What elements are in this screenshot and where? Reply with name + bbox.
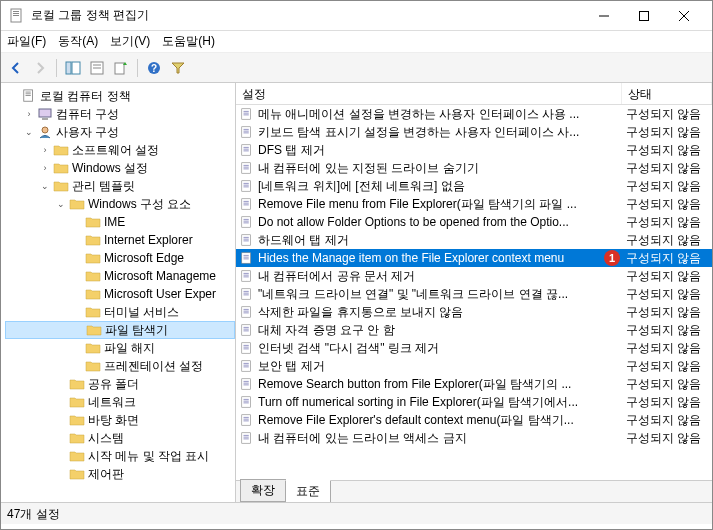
titlebar: 로컬 그룹 정책 편집기 bbox=[1, 1, 712, 31]
tree-node[interactable]: Internet Explorer bbox=[5, 231, 235, 249]
tree-node[interactable]: ›소프트웨어 설정 bbox=[5, 141, 235, 159]
tree-node[interactable]: ⌄사용자 구성 bbox=[5, 123, 235, 141]
row-label: 보안 탭 제거 bbox=[258, 358, 622, 375]
back-button[interactable] bbox=[5, 57, 27, 79]
column-status[interactable]: 상태 bbox=[622, 83, 712, 104]
tree-node[interactable]: 시스템 bbox=[5, 429, 235, 447]
list-row[interactable]: Remove Search button from File Explorer(… bbox=[236, 375, 712, 393]
help-button[interactable]: ? bbox=[143, 57, 165, 79]
tree-node-label: Windows 설정 bbox=[72, 160, 148, 177]
folder-icon bbox=[85, 287, 101, 301]
tree-node-label: 바탕 화면 bbox=[88, 412, 139, 429]
row-status: 구성되지 않음 bbox=[622, 376, 712, 393]
tree-node[interactable]: ›컴퓨터 구성 bbox=[5, 105, 235, 123]
list-row[interactable]: Remove File Explorer's default context m… bbox=[236, 411, 712, 429]
app-icon bbox=[9, 8, 25, 24]
policy-icon bbox=[239, 359, 255, 373]
tree-node[interactable]: 시작 메뉴 및 작업 표시 bbox=[5, 447, 235, 465]
export-button[interactable] bbox=[110, 57, 132, 79]
tree-node[interactable]: 제어판 bbox=[5, 465, 235, 483]
filter-button[interactable] bbox=[167, 57, 189, 79]
list-row[interactable]: [네트워크 위치]에 [전체 네트워크] 없음구성되지 않음 bbox=[236, 177, 712, 195]
menu-action[interactable]: 동작(A) bbox=[58, 33, 98, 50]
row-status: 구성되지 않음 bbox=[622, 232, 712, 249]
menu-view[interactable]: 보기(V) bbox=[110, 33, 150, 50]
menu-help[interactable]: 도움말(H) bbox=[162, 33, 215, 50]
expand-icon[interactable]: › bbox=[23, 108, 35, 120]
tree-node[interactable]: 네트워크 bbox=[5, 393, 235, 411]
tree-node[interactable]: ⌄Windows 구성 요소 bbox=[5, 195, 235, 213]
menu-file[interactable]: 파일(F) bbox=[7, 33, 46, 50]
list-row[interactable]: DFS 탭 제거구성되지 않음 bbox=[236, 141, 712, 159]
expand-icon[interactable]: ⌄ bbox=[23, 126, 35, 138]
list-row[interactable]: 삭제한 파일을 휴지통으로 보내지 않음구성되지 않음 bbox=[236, 303, 712, 321]
list-row[interactable]: 내 컴퓨터에 있는 지정된 드라이브 숨기기구성되지 않음 bbox=[236, 159, 712, 177]
expand-icon[interactable]: ⌄ bbox=[55, 198, 67, 210]
properties-button[interactable] bbox=[86, 57, 108, 79]
row-label: 메뉴 애니메이션 설정을 변경하는 사용자 인터페이스 사용 ... bbox=[258, 106, 622, 123]
tree-node[interactable]: Microsoft Edge bbox=[5, 249, 235, 267]
tree-node[interactable]: ›Windows 설정 bbox=[5, 159, 235, 177]
tab-standard[interactable]: 표준 bbox=[285, 480, 331, 502]
row-label: [네트워크 위치]에 [전체 네트워크] 없음 bbox=[258, 178, 622, 195]
list-row[interactable]: 메뉴 애니메이션 설정을 변경하는 사용자 인터페이스 사용 ...구성되지 않… bbox=[236, 105, 712, 123]
list-row[interactable]: 대체 자격 증명 요구 안 함구성되지 않음 bbox=[236, 321, 712, 339]
list-row[interactable]: Turn off numerical sorting in File Explo… bbox=[236, 393, 712, 411]
maximize-button[interactable] bbox=[624, 2, 664, 30]
column-setting[interactable]: 설정 bbox=[236, 83, 622, 104]
annotation-marker: 1 bbox=[604, 250, 620, 266]
expand-icon[interactable]: ⌄ bbox=[39, 180, 51, 192]
list-row[interactable]: 내 컴퓨터에 있는 드라이브 액세스 금지구성되지 않음 bbox=[236, 429, 712, 447]
row-status: 구성되지 않음 bbox=[622, 304, 712, 321]
folder-icon bbox=[86, 323, 102, 337]
list-row[interactable]: Remove File menu from File Explorer(파일 탐… bbox=[236, 195, 712, 213]
tree-node[interactable]: Microsoft Manageme bbox=[5, 267, 235, 285]
tree-node-label: Microsoft Manageme bbox=[104, 269, 216, 283]
window-title: 로컬 그룹 정책 편집기 bbox=[31, 7, 584, 24]
folder-icon bbox=[85, 233, 101, 247]
tree-node-label: 컴퓨터 구성 bbox=[56, 106, 119, 123]
expand-icon[interactable]: › bbox=[39, 144, 51, 156]
list-row[interactable]: 내 컴퓨터에서 공유 문서 제거구성되지 않음 bbox=[236, 267, 712, 285]
tree-node-label: Microsoft User Exper bbox=[104, 287, 216, 301]
list-row[interactable]: "네트워크 드라이브 연결" 및 "네트워크 드라이브 연결 끊...구성되지 … bbox=[236, 285, 712, 303]
tree-node[interactable]: ⌄관리 템플릿 bbox=[5, 177, 235, 195]
row-label: 인터넷 검색 "다시 검색" 링크 제거 bbox=[258, 340, 622, 357]
list-row[interactable]: Hides the Manage item on the File Explor… bbox=[236, 249, 712, 267]
show-hide-tree-button[interactable] bbox=[62, 57, 84, 79]
list-row[interactable]: Do not allow Folder Options to be opened… bbox=[236, 213, 712, 231]
tree-node-label: 공유 폴더 bbox=[88, 376, 139, 393]
tree-node[interactable]: 바탕 화면 bbox=[5, 411, 235, 429]
expand-icon[interactable]: › bbox=[39, 162, 51, 174]
row-label: DFS 탭 제거 bbox=[258, 142, 622, 159]
minimize-button[interactable] bbox=[584, 2, 624, 30]
row-status: 구성되지 않음 bbox=[622, 358, 712, 375]
list-row[interactable]: 하드웨어 탭 제거구성되지 않음 bbox=[236, 231, 712, 249]
folder-icon bbox=[69, 377, 85, 391]
tree-pane[interactable]: 로컬 컴퓨터 정책›컴퓨터 구성⌄사용자 구성›소프트웨어 설정›Windows… bbox=[1, 83, 236, 502]
tree-node[interactable]: 터미널 서비스 bbox=[5, 303, 235, 321]
tree-node-label: 네트워크 bbox=[88, 394, 136, 411]
list-row[interactable]: 보안 탭 제거구성되지 않음 bbox=[236, 357, 712, 375]
list-row[interactable]: 인터넷 검색 "다시 검색" 링크 제거구성되지 않음 bbox=[236, 339, 712, 357]
list-tabs: 확장 표준 bbox=[236, 480, 712, 502]
list-body[interactable]: 메뉴 애니메이션 설정을 변경하는 사용자 인터페이스 사용 ...구성되지 않… bbox=[236, 105, 712, 480]
statusbar: 47개 설정 bbox=[1, 502, 712, 524]
tree-node[interactable]: 프레젠테이션 설정 bbox=[5, 357, 235, 375]
policy-icon bbox=[239, 431, 255, 445]
tree-node[interactable]: 로컬 컴퓨터 정책 bbox=[5, 87, 235, 105]
forward-button[interactable] bbox=[29, 57, 51, 79]
tree-node[interactable]: IME bbox=[5, 213, 235, 231]
tree-node[interactable]: Microsoft User Exper bbox=[5, 285, 235, 303]
tree-node[interactable]: 파일 해지 bbox=[5, 339, 235, 357]
close-button[interactable] bbox=[664, 2, 704, 30]
folder-icon bbox=[53, 161, 69, 175]
computer-icon bbox=[37, 107, 53, 121]
policy-icon bbox=[239, 341, 255, 355]
policy-icon bbox=[239, 107, 255, 121]
tree-node[interactable]: 공유 폴더 bbox=[5, 375, 235, 393]
tree-node-label: 사용자 구성 bbox=[56, 124, 119, 141]
list-row[interactable]: 키보드 탐색 표시기 설정을 변경하는 사용자 인터페이스 사...구성되지 않… bbox=[236, 123, 712, 141]
tree-node[interactable]: 파일 탐색기 bbox=[5, 321, 235, 339]
tab-extended[interactable]: 확장 bbox=[240, 479, 286, 502]
